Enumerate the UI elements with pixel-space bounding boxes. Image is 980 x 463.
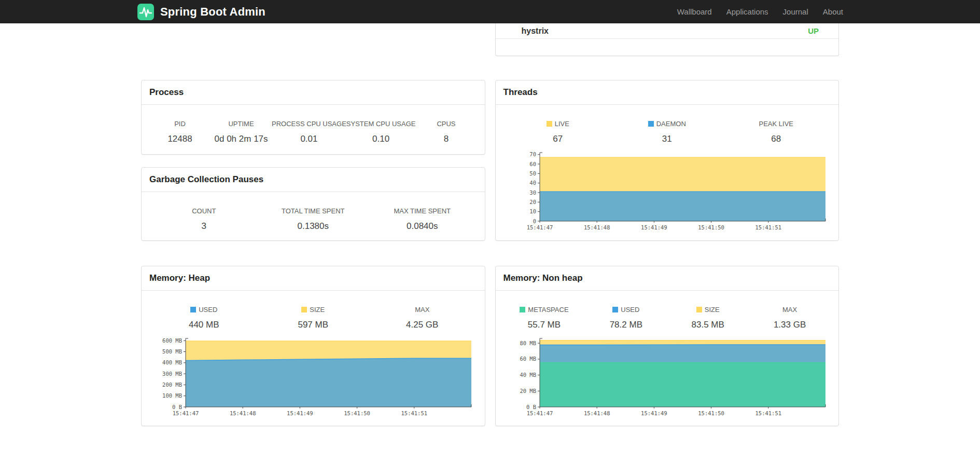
heap-memory-chart: 0 B100 MB200 MB300 MB400 MB500 MB600 MB1… — [149, 334, 477, 418]
application-name: hystrix — [522, 26, 549, 36]
svg-text:15:41:47: 15:41:47 — [526, 410, 553, 416]
svg-text:60 MB: 60 MB — [520, 356, 536, 362]
svg-text:0 B: 0 B — [172, 404, 182, 410]
svg-text:15:41:51: 15:41:51 — [755, 410, 781, 416]
threads-card: Threads LIVE 67 — [495, 80, 839, 241]
svg-text:15:41:50: 15:41:50 — [698, 224, 724, 230]
metric-gc-max-time: MAX TIME SPENT 0.0840s — [368, 207, 477, 232]
threads-metrics: LIVE 67 DAEMON 31 PEAK LIVE — [503, 120, 831, 144]
svg-text:15:41:48: 15:41:48 — [583, 410, 610, 416]
metric-nonheap-max: MAX 1.33 GB — [749, 306, 831, 330]
svg-text:100 MB: 100 MB — [162, 392, 182, 399]
metric-threads-live: LIVE 67 — [503, 120, 613, 144]
process-card-title: Process — [142, 80, 485, 105]
svg-text:10: 10 — [529, 208, 536, 214]
svg-text:15:41:50: 15:41:50 — [344, 410, 370, 416]
metric-gc-total-time: TOTAL TIME SPENT 0.1380s — [259, 207, 368, 232]
metric-metaspace: METASPACE 55.7 MB — [503, 306, 585, 330]
brand-title: Spring Boot Admin — [160, 5, 265, 19]
nav-item-about[interactable]: About — [816, 7, 843, 16]
svg-text:40 MB: 40 MB — [520, 372, 536, 378]
status-row-wrapper: hystrix UP — [141, 23, 839, 56]
heap-card: Memory: Heap USED 440 MB — [141, 266, 485, 426]
svg-text:20 MB: 20 MB — [520, 388, 536, 394]
svg-text:15:41:51: 15:41:51 — [755, 224, 781, 230]
nav-item-journal[interactable]: Journal — [776, 7, 816, 16]
daemon-legend-swatch — [648, 121, 654, 127]
heap-size-legend-swatch — [301, 307, 307, 312]
svg-text:0 B: 0 B — [526, 404, 536, 410]
metric-pid: PID 12488 — [149, 120, 211, 144]
svg-text:200 MB: 200 MB — [162, 382, 182, 388]
metric-gc-count: COUNT 3 — [149, 207, 259, 232]
svg-text:20: 20 — [529, 199, 536, 205]
nonheap-used-legend-swatch — [612, 307, 618, 312]
metric-threads-daemon: DAEMON 31 — [612, 120, 722, 144]
metric-uptime: UPTIME 0d 0h 2m 17s — [211, 120, 272, 144]
svg-text:300 MB: 300 MB — [162, 371, 182, 377]
svg-text:80 MB: 80 MB — [520, 340, 536, 346]
metric-heap-max: MAX 4.25 GB — [368, 306, 477, 330]
nav-item-applications[interactable]: Applications — [719, 7, 776, 16]
metric-cpus: CPUS 8 — [415, 120, 477, 144]
live-legend-swatch — [547, 121, 552, 127]
metaspace-legend-swatch — [520, 307, 525, 312]
svg-text:15:41:47: 15:41:47 — [173, 410, 199, 416]
svg-text:70: 70 — [529, 151, 536, 157]
svg-text:15:41:49: 15:41:49 — [641, 410, 667, 416]
application-status-card: hystrix UP — [495, 23, 839, 56]
svg-text:15:41:49: 15:41:49 — [287, 410, 313, 416]
svg-text:15:41:50: 15:41:50 — [698, 410, 724, 416]
navbar-brand[interactable]: Spring Boot Admin — [137, 3, 265, 21]
nonheap-memory-chart: 0 B20 MB40 MB60 MB80 MB15:41:4715:41:481… — [503, 334, 831, 418]
svg-text:15:41:49: 15:41:49 — [641, 224, 667, 230]
svg-text:15:41:47: 15:41:47 — [526, 224, 553, 230]
metric-nonheap-size: SIZE 83.5 MB — [667, 306, 749, 330]
svg-text:60: 60 — [529, 161, 536, 167]
svg-text:50: 50 — [529, 170, 536, 176]
nonheap-size-legend-swatch — [696, 307, 702, 312]
brand-logo-icon — [137, 3, 155, 21]
heap-card-title: Memory: Heap — [142, 266, 485, 291]
svg-text:400 MB: 400 MB — [162, 359, 182, 365]
heap-used-legend-swatch — [190, 307, 196, 312]
metric-system-cpu: SYSTEM CPU USAGE 0.10 — [346, 120, 416, 144]
navbar: Spring Boot Admin Wallboard Applications… — [0, 0, 980, 23]
process-metrics: PID 12488 UPTIME 0d 0h 2m 17s PROCESS CP… — [149, 120, 477, 144]
nav-item-wallboard[interactable]: Wallboard — [670, 7, 719, 16]
svg-text:15:41:48: 15:41:48 — [583, 224, 610, 230]
svg-text:40: 40 — [529, 180, 536, 186]
threads-card-title: Threads — [496, 80, 839, 105]
svg-text:30: 30 — [529, 189, 536, 196]
metric-nonheap-used: USED 78.2 MB — [585, 306, 667, 330]
metric-process-cpu: PROCESS CPU USAGE 0.01 — [272, 120, 346, 144]
navbar-links: Wallboard Applications Journal About — [670, 7, 843, 16]
nonheap-card: Memory: Non heap METASPACE 55.7 MB — [495, 266, 839, 426]
metric-heap-used: USED 440 MB — [149, 306, 259, 330]
svg-text:15:41:51: 15:41:51 — [401, 410, 428, 416]
nonheap-card-title: Memory: Non heap — [496, 266, 839, 291]
svg-text:15:41:48: 15:41:48 — [230, 410, 256, 416]
svg-text:0: 0 — [533, 218, 536, 224]
metric-heap-size: SIZE 597 MB — [259, 306, 368, 330]
gc-card: Garbage Collection Pauses COUNT 3 TOTAL … — [141, 167, 485, 241]
status-badge: UP — [808, 26, 819, 35]
metric-threads-peak: PEAK LIVE 68 — [722, 120, 831, 144]
svg-text:500 MB: 500 MB — [162, 348, 182, 355]
gc-card-title: Garbage Collection Pauses — [142, 168, 485, 192]
gc-metrics: COUNT 3 TOTAL TIME SPENT 0.1380s MAX TIM… — [149, 207, 477, 232]
svg-text:600 MB: 600 MB — [162, 337, 182, 344]
nonheap-metrics: METASPACE 55.7 MB USED 78.2 MB — [503, 306, 831, 330]
heap-metrics: USED 440 MB SIZE 597 MB MAX — [149, 306, 477, 330]
process-card: Process PID 12488 UPTIME 0d 0h 2m 17s PR… — [141, 80, 485, 155]
application-row-hystrix[interactable]: hystrix UP — [496, 23, 839, 39]
threads-chart: 01020304050607015:41:4715:41:4815:41:491… — [503, 148, 831, 233]
